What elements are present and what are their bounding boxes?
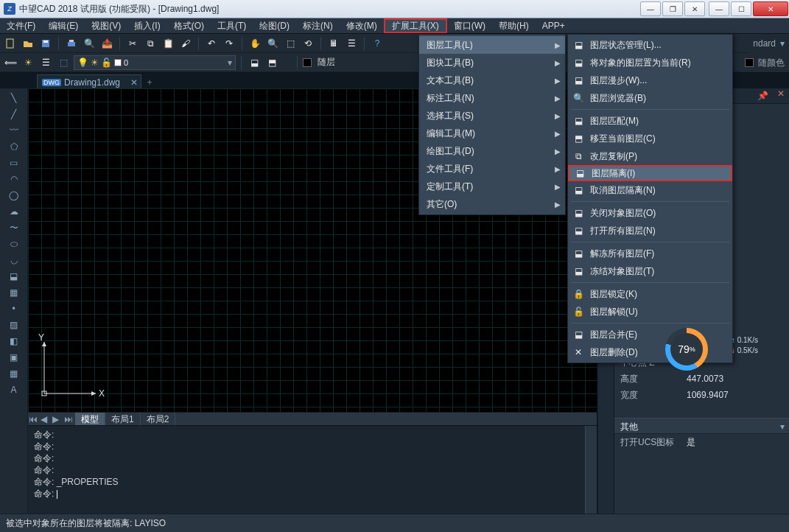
layout-tab-2[interactable]: 布局2 xyxy=(141,413,176,426)
paste-icon[interactable]: 📋 xyxy=(161,36,175,51)
calc-icon[interactable]: 🖩 xyxy=(326,36,341,51)
layout-first-icon[interactable]: ⏮ xyxy=(29,414,39,424)
insert-icon[interactable]: ⬓ xyxy=(7,270,21,283)
layout-prev-icon[interactable]: ◀ xyxy=(41,414,51,424)
prop-width-val[interactable]: 1069.9407 xyxy=(687,390,783,400)
style-combo[interactable]: ndard xyxy=(753,38,776,49)
ellipse-icon[interactable]: ⬭ xyxy=(7,237,21,251)
new-icon[interactable] xyxy=(3,36,18,51)
region-icon[interactable]: ▣ xyxy=(7,351,21,364)
block-icon[interactable]: ▦ xyxy=(7,286,21,299)
menu-layer-state-mgr[interactable]: ⬓图层状态管理(L)... xyxy=(568,36,732,54)
command-line[interactable]: 命令: 命令: 命令: 命令: 命令: _PROPERTIES 命令: xyxy=(28,425,597,514)
menu-window[interactable]: 窗口(W) xyxy=(447,18,492,33)
menu-layer-make-current[interactable]: ⬓将对象的图层置为当前(R) xyxy=(568,54,732,71)
cut-icon[interactable]: ✂ xyxy=(125,36,140,51)
layer-combo[interactable]: 💡 ☀ 🔓 0 ▾ xyxy=(74,55,236,70)
table-icon[interactable]: ▦ xyxy=(7,367,21,380)
line-icon[interactable]: ╲ xyxy=(7,91,21,105)
menu-layer-on-all[interactable]: ⬓打开所有图层(N) xyxy=(568,222,732,239)
copy-icon[interactable]: ⧉ xyxy=(143,36,158,51)
zoom-window-icon[interactable]: ⬚ xyxy=(283,36,298,51)
help-icon[interactable]: ? xyxy=(370,36,385,51)
window-maximize-button[interactable]: ☐ xyxy=(731,1,751,16)
menu-layer-unlock[interactable]: 🔓图层解锁(U) xyxy=(568,303,732,321)
perf-gauge[interactable]: 79% xyxy=(665,328,708,371)
menu-text-tools[interactable]: 文本工具(B)▶ xyxy=(419,71,565,89)
menu-tools[interactable]: 工具(T) xyxy=(211,18,253,33)
undo-icon[interactable]: ↶ xyxy=(204,36,219,51)
menu-edit-tools[interactable]: 编辑工具(M)▶ xyxy=(419,125,565,142)
menu-layer-match[interactable]: ⬓图层匹配(M) xyxy=(568,112,732,130)
menu-edit[interactable]: 编辑(E) xyxy=(42,18,85,33)
revcloud-icon[interactable]: ☁ xyxy=(7,205,21,218)
polygon-icon[interactable]: ⬠ xyxy=(7,140,21,153)
menu-format[interactable]: 格式(O) xyxy=(167,18,211,33)
menu-layer-tools[interactable]: 图层工具(L)▶ xyxy=(419,36,565,54)
pline-icon[interactable]: 〰 xyxy=(7,124,21,137)
redo-icon[interactable]: ↷ xyxy=(222,36,236,51)
document-tab[interactable]: DWG Drawing1.dwg ✕ xyxy=(37,74,141,89)
gradient-icon[interactable]: ◧ xyxy=(7,335,21,348)
menu-ext-tools[interactable]: 扩展工具(X) xyxy=(384,18,447,33)
menu-layer-walk[interactable]: ⬓图层漫步(W)... xyxy=(568,71,732,89)
menu-dimension[interactable]: 标注(N) xyxy=(296,18,340,33)
circle-icon[interactable]: ◯ xyxy=(7,189,21,202)
color-combo[interactable]: 随颜色 xyxy=(758,57,785,69)
point-icon[interactable]: • xyxy=(7,302,21,315)
new-tab-button[interactable]: ＋ xyxy=(141,74,158,89)
mdi-close-button[interactable]: ✕ xyxy=(684,1,705,16)
hatch-icon[interactable]: ▨ xyxy=(7,318,21,332)
layermgr-icon[interactable]: ☰ xyxy=(38,55,53,70)
save-icon[interactable] xyxy=(38,36,53,51)
menu-draw-tools[interactable]: 绘图工具(D)▶ xyxy=(419,142,565,160)
print-icon[interactable] xyxy=(64,36,79,51)
cmd-scrollbar[interactable] xyxy=(585,426,597,514)
matchprop-icon[interactable]: 🖌 xyxy=(178,36,193,51)
panel-pin-icon[interactable]: 📌 xyxy=(752,88,773,103)
layer-sun-icon[interactable]: ☀ xyxy=(21,55,35,70)
layout-tab-1[interactable]: 布局1 xyxy=(105,413,141,426)
zoom-realtime-icon[interactable]: 🔍 xyxy=(265,36,280,51)
menu-layer-freeze[interactable]: ⬓冻结对象图层(T) xyxy=(568,262,732,280)
menu-app[interactable]: APP+ xyxy=(536,18,572,33)
layer-uniso-icon[interactable]: ⬒ xyxy=(264,55,279,70)
menu-layer-unisolate[interactable]: ⬓取消图层隔离(N) xyxy=(568,181,732,199)
prop-height-val[interactable]: 447.0073 xyxy=(687,374,783,384)
menu-dim-tools[interactable]: 标注工具(N)▶ xyxy=(419,89,565,107)
menu-layer-browser[interactable]: 🔍图层浏览器(B) xyxy=(568,89,732,107)
menu-view[interactable]: 视图(V) xyxy=(85,18,127,33)
menu-modify[interactable]: 修改(M) xyxy=(340,18,384,33)
pan-icon[interactable]: ✋ xyxy=(248,36,262,51)
layer-iso-icon[interactable]: ⬓ xyxy=(247,55,262,70)
preview-icon[interactable]: 🔍 xyxy=(82,36,97,51)
menu-layer-off[interactable]: ⬓关闭对象图层(O) xyxy=(568,204,732,222)
layout-next-icon[interactable]: ▶ xyxy=(52,414,63,424)
menu-layer-merge[interactable]: ⬓图层合并(E) xyxy=(568,326,732,343)
mdi-restore-button[interactable]: ❐ xyxy=(662,1,683,16)
props-icon[interactable]: ☰ xyxy=(344,36,359,51)
menu-draw[interactable]: 绘图(D) xyxy=(253,18,296,33)
ellipsearc-icon[interactable]: ◡ xyxy=(7,253,21,267)
menu-custom-tools[interactable]: 定制工具(T)▶ xyxy=(419,178,565,195)
rect-icon[interactable]: ▭ xyxy=(7,156,21,169)
layout-tab-model[interactable]: 模型 xyxy=(75,413,105,426)
menu-other-tools[interactable]: 其它(O)▶ xyxy=(419,195,565,213)
publish-icon[interactable]: 📤 xyxy=(99,36,114,51)
panel-close-icon[interactable]: ✕ xyxy=(773,88,789,103)
menu-layer-isolate[interactable]: ⬓图层隔离(I) xyxy=(568,165,732,181)
menu-layer-move-current[interactable]: ⬒移至当前图层(C) xyxy=(568,130,732,147)
spline-icon[interactable]: 〜 xyxy=(7,221,21,234)
menu-layer-thaw-all[interactable]: ⬓解冻所有图层(F) xyxy=(568,245,732,262)
menu-layer-copy[interactable]: ⧉改层复制(P) xyxy=(568,147,732,165)
close-tab-icon[interactable]: ✕ xyxy=(130,77,138,88)
window-close-button[interactable]: ✕ xyxy=(753,1,788,16)
menu-block-tools[interactable]: 图块工具(B)▶ xyxy=(419,54,565,71)
window-minimize-button[interactable]: — xyxy=(709,1,729,16)
mtext-icon[interactable]: A xyxy=(7,383,21,396)
layer-state-icon[interactable]: ⬚ xyxy=(56,55,71,70)
layer-prev-icon[interactable]: ⟸ xyxy=(3,55,18,70)
zoom-prev-icon[interactable]: ⟲ xyxy=(301,36,315,51)
menu-help[interactable]: 帮助(H) xyxy=(492,18,536,33)
menu-file-tools[interactable]: 文件工具(F)▶ xyxy=(419,160,565,178)
